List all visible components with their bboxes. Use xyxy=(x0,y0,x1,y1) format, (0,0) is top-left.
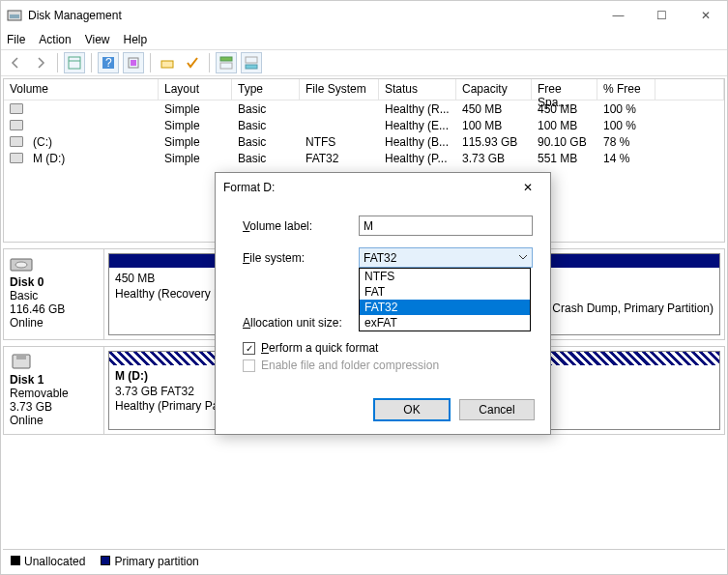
titlebar: Disk Management — ☐ ✕ xyxy=(1,1,727,30)
compression-checkbox: Enable file and folder compression xyxy=(243,359,533,372)
volume-icon xyxy=(10,136,23,147)
legend: Unallocated Primary partition xyxy=(3,549,725,572)
fs-option-fat[interactable]: FAT xyxy=(360,284,530,300)
svg-rect-9 xyxy=(220,57,232,61)
maximize-button[interactable]: ☐ xyxy=(640,1,684,29)
disk-icon xyxy=(10,255,33,273)
cancel-button[interactable]: Cancel xyxy=(459,399,535,420)
col-volume[interactable]: Volume xyxy=(4,79,159,101)
dialog-close-button[interactable]: ✕ xyxy=(513,174,542,201)
checkbox-checked-icon: ✓ xyxy=(243,342,255,355)
quick-format-label: Perform a quick format xyxy=(261,341,378,355)
help-icon[interactable]: ? xyxy=(98,52,119,73)
disk1-info[interactable]: Disk 1 Removable 3.73 GB Online xyxy=(4,347,104,434)
volume-icon xyxy=(10,120,23,130)
volume-label-input[interactable] xyxy=(359,216,533,236)
part-title: M (D:) xyxy=(115,369,148,383)
legend-primary-icon xyxy=(101,556,110,565)
dialog-title: Format D: xyxy=(223,181,513,194)
format-dialog: Format D: ✕ Volume label: File system: F… xyxy=(215,172,551,435)
volume-icon xyxy=(10,103,23,114)
disk1-type: Removable xyxy=(10,387,98,400)
menu-view[interactable]: View xyxy=(85,33,110,46)
disk1-size: 3.73 GB xyxy=(10,400,98,414)
volume-row[interactable]: SimpleBasicHealthy (R...450 MB450 MB100 … xyxy=(4,101,724,117)
view-icon[interactable] xyxy=(64,52,85,73)
fs-option-ntfs[interactable]: NTFS xyxy=(360,269,530,284)
col-free[interactable]: Free Spa... xyxy=(532,79,597,101)
legend-unalloc-icon xyxy=(11,556,20,565)
fs-option-exfat[interactable]: exFAT xyxy=(360,315,530,331)
removable-icon xyxy=(10,353,33,370)
svg-rect-16 xyxy=(16,355,26,359)
svg-rect-7 xyxy=(131,60,136,66)
disk0-size: 116.46 GB xyxy=(10,302,98,316)
back-icon[interactable] xyxy=(5,52,26,73)
checkbox-unchecked-icon xyxy=(243,359,255,372)
volume-row[interactable]: SimpleBasicHealthy (E...100 MB100 MB100 … xyxy=(4,117,724,133)
menu-file[interactable]: File xyxy=(7,33,25,46)
fs-option-fat32[interactable]: FAT32 xyxy=(360,300,530,315)
col-pct[interactable]: % Free xyxy=(597,79,655,101)
file-system-dropdown[interactable]: NTFS FAT FAT32 exFAT xyxy=(359,268,531,331)
col-status[interactable]: Status xyxy=(379,79,456,101)
file-system-value: FAT32 xyxy=(364,251,396,265)
part-desc: e, Crash Dump, Primary Partition) xyxy=(539,302,713,315)
check-icon[interactable] xyxy=(182,52,203,73)
close-button[interactable]: ✕ xyxy=(684,1,727,29)
quick-format-checkbox[interactable]: ✓ Perform a quick format xyxy=(243,341,533,355)
disk1-state: Online xyxy=(10,414,98,427)
aus-label: Allocation unit size: xyxy=(243,316,359,330)
file-system-select[interactable]: FAT32 xyxy=(359,247,533,268)
col-spacer xyxy=(655,79,724,101)
disk0-state: Online xyxy=(10,316,98,330)
disk0-info[interactable]: Disk 0 Basic 116.46 GB Online xyxy=(4,249,104,339)
menu-help[interactable]: Help xyxy=(124,33,148,46)
compression-label: Enable file and folder compression xyxy=(261,359,439,372)
list-bottom-icon[interactable] xyxy=(241,52,262,73)
disk1-name: Disk 1 xyxy=(10,373,98,387)
disk0-name: Disk 0 xyxy=(10,275,98,289)
chevron-down-icon xyxy=(518,251,528,265)
toolbar: ? xyxy=(1,49,727,76)
refresh-icon[interactable] xyxy=(123,52,144,73)
svg-rect-2 xyxy=(69,57,80,69)
volume-icon xyxy=(10,153,23,163)
col-layout[interactable]: Layout xyxy=(159,79,232,101)
forward-icon[interactable] xyxy=(30,52,51,73)
volume-row[interactable]: (C:)SimpleBasicNTFSHealthy (B...115.93 G… xyxy=(4,133,724,150)
column-headers: Volume Layout Type File System Status Ca… xyxy=(4,79,724,101)
svg-rect-11 xyxy=(246,57,257,63)
disk-management-icon xyxy=(7,8,22,23)
col-capacity[interactable]: Capacity xyxy=(456,79,532,101)
file-system-label: File system: xyxy=(243,251,359,265)
menu-action[interactable]: Action xyxy=(39,33,71,46)
volume-label-label: Volume label: xyxy=(243,219,359,233)
svg-point-14 xyxy=(15,262,27,268)
disk0-type: Basic xyxy=(10,289,98,302)
svg-text:?: ? xyxy=(105,56,112,70)
minimize-button[interactable]: — xyxy=(597,1,640,29)
window-title: Disk Management xyxy=(28,9,597,22)
menubar: File Action View Help xyxy=(1,30,727,49)
wizard-icon[interactable] xyxy=(157,52,178,73)
volume-row[interactable]: M (D:)SimpleBasicFAT32Healthy (P...3.73 … xyxy=(4,150,724,166)
ok-button[interactable]: OK xyxy=(374,399,450,420)
legend-primary-label: Primary partition xyxy=(114,555,198,568)
list-top-icon[interactable] xyxy=(216,52,237,73)
svg-rect-12 xyxy=(246,65,257,69)
svg-rect-8 xyxy=(161,61,173,68)
col-filesys[interactable]: File System xyxy=(300,79,379,101)
svg-rect-10 xyxy=(220,63,232,69)
col-type[interactable]: Type xyxy=(232,79,300,101)
svg-rect-1 xyxy=(10,14,19,18)
legend-unalloc-label: Unallocated xyxy=(24,555,85,568)
